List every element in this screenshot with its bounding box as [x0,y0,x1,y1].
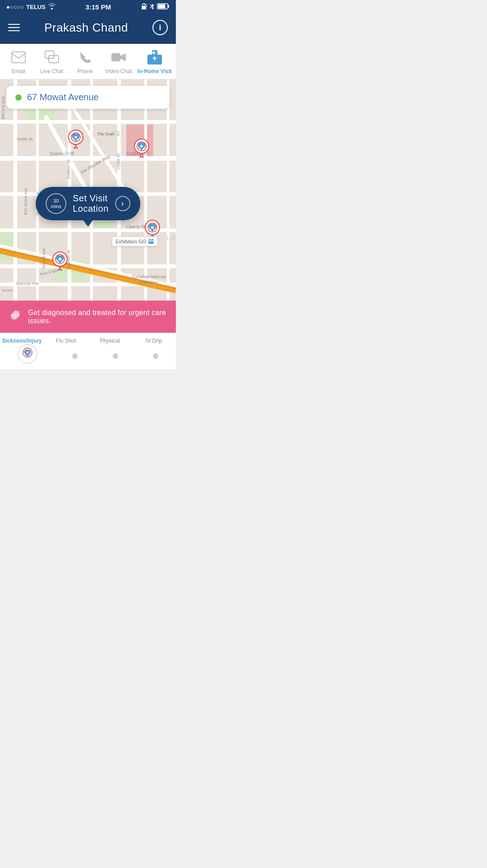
svg-rect-80 [148,241,154,241]
svg-point-88 [26,352,28,354]
cta-arrow-icon: › [115,196,130,211]
svg-rect-79 [152,239,153,241]
map-pin-2[interactable] [133,138,150,160]
app-header: Prakash Chand i [0,14,176,44]
exhibition-label: Exhibition GO [112,237,158,246]
svg-rect-23 [0,120,176,124]
svg-text:BROCK AVE: BROCK AVE [1,96,5,119]
svg-rect-15 [152,52,156,53]
urgent-care-banner: Get diagnosed and treated for urgent car… [0,301,176,333]
nav-in-home-visit[interactable]: + In-Home Visit [138,49,172,74]
svg-point-73 [151,226,154,229]
time-badge: 30 mins [46,193,66,214]
set-visit-location-button[interactable]: 30 mins Set Visit Location › [36,187,140,220]
address-bar[interactable]: 67 Mowat Avenue [6,86,170,109]
indicator-4 [153,353,158,359]
svg-text:+: + [152,54,157,63]
bottom-navigation: Sickness/Injury Flu Shot Physical IV Dri… [0,333,176,369]
nav-email[interactable]: Email [4,49,33,74]
svg-rect-34 [144,79,147,301]
video-chat-label: Video Chat [105,68,132,74]
bluetooth-icon [149,3,155,11]
location-dot [15,94,22,101]
svg-text:Exhibition: Exhibition [140,280,157,284]
status-left: ●○○○○ TELUS [6,3,56,11]
carrier-label: TELUS [26,4,46,10]
svg-rect-7 [158,4,165,8]
video-icon [110,49,127,65]
tab-indicators [0,347,176,369]
svg-rect-11 [111,53,120,61]
svg-rect-6 [168,5,169,8]
battery-icon [157,3,170,11]
patient-name: Prakash Chand [44,21,128,35]
email-label: Email [12,68,25,74]
bandage-icon [8,308,23,325]
contact-nav: Email Live Chat Phone Video Chat [0,44,176,79]
svg-point-67 [74,136,77,139]
svg-rect-30 [36,79,39,301]
svg-text:Noble St: Noble St [17,137,33,141]
svg-text:Elm Grove Ave: Elm Grove Ave [23,188,28,215]
nav-phone[interactable]: Phone [71,49,100,74]
nav-video-chat[interactable]: Video Chat [104,49,133,74]
live-chat-label: Live Chat [41,68,64,74]
indicator-2 [72,353,78,359]
indicator-active [18,344,37,364]
menu-button[interactable] [8,24,20,31]
map-pin-1[interactable] [68,129,84,151]
cta-label: Set Visit Location [73,193,109,214]
time-display: 3:15 PM [86,3,111,11]
svg-text:Spencer Ave: Spencer Ave [16,281,39,286]
svg-text:▪: ▪ [113,132,115,136]
svg-rect-29 [14,79,17,301]
wifi-icon [48,3,56,11]
svg-text:Canadian National: Canadian National [132,274,165,279]
svg-text:Queen St W: Queen St W [50,151,74,156]
tab-iv-drip[interactable]: IV Drip [132,338,176,344]
address-text: 67 Mowat Avenue [27,92,99,102]
tab-flu-shot[interactable]: Flu Shot [44,338,88,344]
lock-icon: ↻ [141,3,147,11]
live-chat-icon [44,49,60,65]
map-area[interactable]: Queen St W Sudbury St Sudbury St Joe Shu… [0,79,176,301]
svg-text:lst Ave: lst Ave [2,288,13,292]
svg-text:Lisgar St: Lisgar St [116,153,120,170]
indicator-3 [113,353,118,359]
svg-text:LIBERTY VILLAGE: LIBERTY VILLAGE [167,235,176,241]
phone-icon [77,49,93,65]
phone-label: Phone [77,68,93,74]
svg-point-76 [59,258,61,260]
status-right: ↻ [141,3,170,11]
status-bar: ●○○○○ TELUS 3:15 PM ↻ [0,0,176,14]
tab-sickness-injury[interactable]: Sickness/Injury [0,338,44,344]
svg-text:Liberty St: Liberty St [126,224,145,229]
svg-rect-77 [148,240,154,244]
svg-text:Dufferin St: Dufferin St [66,159,71,179]
nav-live-chat[interactable]: Live Chat [37,49,66,74]
info-button[interactable]: i [152,20,168,35]
in-home-visit-icon: + [147,49,163,65]
svg-rect-8 [12,52,25,63]
banner-message: Get diagnosed and treated for urgent car… [28,309,168,325]
svg-rect-35 [167,79,170,301]
in-home-visit-label: In-Home Visit [138,68,172,74]
svg-text:↻: ↻ [145,4,147,7]
signal-icon: ●○○○○ [6,4,24,10]
map-pin-4[interactable] [52,251,68,273]
svg-rect-78 [149,239,150,241]
svg-point-70 [140,145,143,148]
tab-physical[interactable]: Physical [88,338,132,344]
svg-rect-9 [45,51,54,58]
email-icon [10,49,27,65]
svg-text:Tyndall Ave: Tyndall Ave [41,248,46,269]
